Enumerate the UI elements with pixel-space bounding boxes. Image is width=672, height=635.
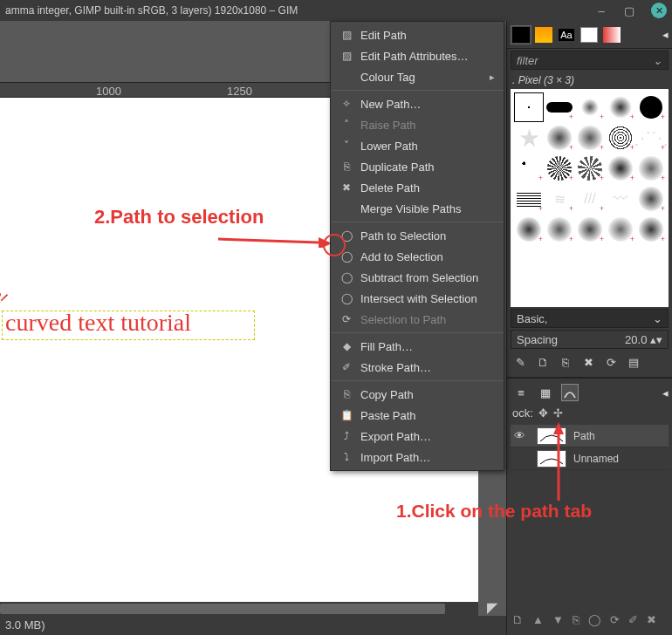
dock-menu-icon[interactable]: ◂ [662,28,669,41]
tab-history[interactable] [579,25,600,44]
menu-raise-path: ˄Raise Path [331,114,504,135]
delete-path-button[interactable]: ✖ [647,613,656,626]
refresh-brush-button[interactable]: ⟳ [603,354,619,370]
brush-texture2[interactable]: + [636,184,666,214]
paths-context-menu: ▨Edit Path ▨Edit Path Attributes… Colour… [330,21,504,471]
brush-item[interactable]: + [636,215,666,244]
path-item[interactable]: 👁 Path [511,425,669,447]
brush-toolbar: ✎ 🗋 ⎘ ✖ ⟳ ▤ [507,349,672,375]
brush-star[interactable]: ★ [514,123,544,153]
canvas-text[interactable]: curved text tutorial [5,309,191,337]
menu-add-to-selection[interactable]: ◯Add to Selection [331,246,504,267]
menu-new-path[interactable]: ✧New Path… [331,93,504,114]
sel-to-path-button[interactable]: ⟳ [610,613,620,626]
brush-spray[interactable]: ⋰⋱+ [636,123,666,153]
menu-subtract-from-selection[interactable]: ◯Subtract from Selection [331,267,504,288]
brush-item[interactable]: + [575,215,605,244]
brush-item[interactable]: + [514,215,544,244]
new-brush-button[interactable]: 🗋 [535,354,551,370]
menu-paste-path[interactable]: 📋Paste Path [331,405,504,426]
menu-selection-to-path: ⟳Selection to Path [331,309,504,330]
path-name: Unnamed [573,453,619,465]
brush-hatch[interactable]: + [514,184,544,214]
menu-fill-path[interactable]: ◆Fill Path… [331,336,504,357]
brush-splat[interactable]: + [606,154,635,183]
brush-filter-input[interactable]: filter ⌄ [511,51,669,70]
brush-dots1[interactable]: + [514,154,544,183]
menu-import-path[interactable]: ⤵Import Path… [331,447,504,468]
nav-arrow-icon[interactable]: ◤ [487,599,497,616]
brush-smudge1[interactable]: + [545,123,574,153]
menu-path-to-selection[interactable]: ◯Path to Selection [331,225,504,246]
lock-move-icon[interactable]: ✢ [553,406,563,420]
brush-hardness-100[interactable]: + [545,92,574,122]
raise-path-button[interactable]: ▲ [532,613,544,626]
brush-grass[interactable]: ≋+ [545,184,574,214]
stroke-path-button[interactable]: ✐ [628,613,638,626]
brush-scribble[interactable]: 〰 [606,184,635,214]
status-text: 3.0 MB) [5,618,45,632]
menu-edit-path-attributes[interactable]: ▨Edit Path Attributes… [331,45,504,66]
brush-hard-round[interactable]: + [636,92,666,122]
brush-pixel[interactable] [514,92,544,122]
menu-delete-path[interactable]: ✖Delete Path [331,177,504,198]
brush-grid[interactable]: + + + + ★ + + + ⋰⋱+ + + + + + + ≋+ ///+ … [511,89,669,307]
stepper-icon[interactable]: ▴▾ [650,333,662,346]
duplicate-brush-button[interactable]: ⎘ [558,354,573,370]
open-brush-button[interactable]: ▤ [626,354,641,370]
edit-brush-button[interactable]: ✎ [512,354,528,370]
window-title: amma integer, GIMP built-in sRGB, 3 laye… [5,4,595,17]
paths-list: 👁 Path Unnamed [507,421,672,474]
path-item[interactable]: Unnamed [511,447,669,470]
path-to-sel-button[interactable]: ◯ [588,613,601,626]
brush-noise[interactable]: + [636,154,666,183]
new-path-button[interactable]: 🗋 [512,613,524,626]
menu-lower-path[interactable]: ˅Lower Path [331,135,504,156]
brush-texture1[interactable]: + [606,123,635,153]
dock-menu-icon[interactable]: ◂ [662,386,669,399]
menu-duplicate-path[interactable]: ⎘Duplicate Path [331,156,504,177]
copy-icon: ⎘ [339,387,353,401]
delete-brush-button[interactable]: ✖ [580,354,596,370]
scrollbar-thumb[interactable] [0,604,445,614]
highlight-circle [323,234,346,256]
window-titlebar: amma integer, GIMP built-in sRGB, 3 laye… [0,0,672,21]
brush-dots2[interactable]: + [545,154,574,183]
close-button[interactable]: ✕ [651,3,667,18]
chevron-down-icon: ⌄ [653,312,662,325]
panel-separator [507,377,672,379]
brush-item[interactable]: + [606,215,635,244]
lower-path-button[interactable]: ▼ [552,613,564,626]
tab-channels[interactable]: ▦ [537,384,554,401]
brush-soft-small[interactable]: + [575,92,605,122]
fill-icon: ◆ [339,339,353,353]
menu-intersect-with-selection[interactable]: ◯Intersect with Selection [331,288,504,309]
brush-lines[interactable]: ///+ [575,184,605,214]
brush-spacing-slider[interactable]: Spacing 20.0 ▴▾ [511,330,669,349]
minimize-button[interactable]: – [595,4,607,17]
menu-separator [331,90,504,91]
menu-copy-path[interactable]: ⎘Copy Path [331,384,504,405]
tab-paths[interactable] [561,384,579,401]
visibility-icon[interactable]: 👁 [514,429,530,442]
menu-merge-visible-paths[interactable]: Merge Visible Paths [331,198,504,219]
maximize-button[interactable]: ▢ [623,4,635,17]
tab-gradients[interactable] [601,25,622,44]
tab-layers[interactable]: ≡ [512,384,530,401]
brush-item[interactable]: + [545,215,574,244]
lock-position-icon[interactable]: ✥ [538,406,548,420]
brush-dots3[interactable]: + [575,154,605,183]
tab-fonts[interactable]: Aa [556,25,577,44]
menu-colour-tag[interactable]: Colour Tag▸ [331,66,504,87]
svg-marker-3 [553,422,564,434]
menu-stroke-path[interactable]: ✐Stroke Path… [331,357,504,378]
menu-edit-path[interactable]: ▨Edit Path [331,24,504,45]
duplicate-path-button[interactable]: ⎘ [573,613,579,626]
tab-brushes[interactable] [511,25,531,44]
scrollbar-horizontal[interactable] [0,602,478,616]
brush-soft-med[interactable]: + [606,92,635,122]
tab-patterns[interactable] [533,25,554,44]
menu-export-path[interactable]: ⤴Export Path… [331,426,504,447]
brush-tags-dropdown[interactable]: Basic, ⌄ [511,309,669,328]
brush-smudge2[interactable]: + [575,123,605,153]
